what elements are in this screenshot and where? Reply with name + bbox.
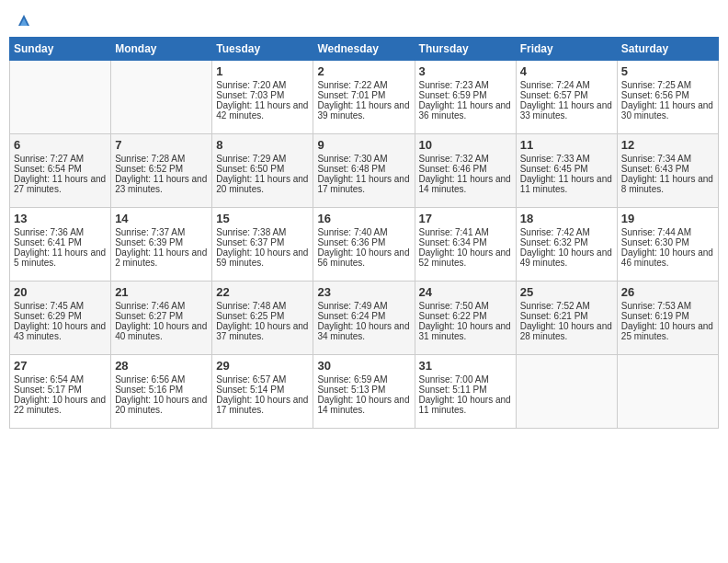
sunrise: Sunrise: 7:00 AM	[419, 374, 512, 385]
daylight: Daylight: 11 hours and 5 minutes.	[14, 247, 107, 268]
logo-icon	[15, 11, 33, 29]
sunrise: Sunrise: 6:54 AM	[14, 374, 107, 385]
calendar-cell: 7Sunrise: 7:28 AMSunset: 6:52 PMDaylight…	[111, 133, 212, 207]
daylight: Daylight: 11 hours and 17 minutes.	[317, 174, 410, 194]
daylight: Daylight: 11 hours and 11 minutes.	[520, 174, 613, 194]
day-number: 21	[115, 285, 208, 299]
sunset: Sunset: 6:19 PM	[621, 311, 714, 321]
sunrise: Sunrise: 7:45 AM	[14, 301, 107, 311]
sunrise: Sunrise: 7:25 AM	[621, 80, 714, 90]
day-number: 23	[317, 285, 410, 299]
sunset: Sunset: 6:39 PM	[115, 237, 208, 247]
day-number: 4	[520, 64, 613, 78]
calendar-cell: 18Sunrise: 7:42 AMSunset: 6:32 PMDayligh…	[516, 207, 617, 281]
daylight: Daylight: 10 hours and 31 minutes.	[419, 321, 512, 341]
sunrise: Sunrise: 7:29 AM	[216, 154, 309, 164]
daylight: Daylight: 11 hours and 42 minutes.	[216, 100, 309, 121]
sunrise: Sunrise: 7:20 AM	[216, 80, 309, 90]
calendar-cell: 13Sunrise: 7:36 AMSunset: 6:41 PMDayligh…	[10, 207, 111, 281]
day-number: 28	[115, 359, 208, 373]
day-number: 26	[621, 285, 714, 299]
daylight: Daylight: 10 hours and 28 minutes.	[520, 321, 613, 341]
day-number: 6	[14, 138, 107, 152]
sunset: Sunset: 6:22 PM	[419, 311, 512, 321]
calendar-week-1: 1Sunrise: 7:20 AMSunset: 7:03 PMDaylight…	[10, 60, 719, 133]
daylight: Daylight: 11 hours and 30 minutes.	[621, 100, 714, 121]
daylight: Daylight: 10 hours and 46 minutes.	[621, 247, 714, 268]
calendar-week-5: 27Sunrise: 6:54 AMSunset: 5:17 PMDayligh…	[10, 354, 719, 428]
calendar-cell: 9Sunrise: 7:30 AMSunset: 6:48 PMDaylight…	[313, 133, 415, 207]
daylight: Daylight: 11 hours and 33 minutes.	[520, 100, 613, 121]
logo	[13, 9, 33, 29]
daylight: Daylight: 11 hours and 23 minutes.	[115, 174, 208, 194]
day-number: 13	[14, 212, 107, 225]
daylight: Daylight: 10 hours and 25 minutes.	[621, 321, 714, 341]
calendar-cell: 1Sunrise: 7:20 AMSunset: 7:03 PMDaylight…	[212, 60, 313, 133]
sunset: Sunset: 5:17 PM	[14, 385, 107, 395]
sunset: Sunset: 6:46 PM	[419, 164, 512, 174]
day-of-week-wednesday: Wednesday	[313, 37, 415, 60]
day-number: 29	[216, 359, 309, 373]
calendar-cell: 4Sunrise: 7:24 AMSunset: 6:57 PMDaylight…	[516, 60, 617, 133]
sunrise: Sunrise: 7:28 AM	[115, 154, 208, 164]
calendar-cell: 28Sunrise: 6:56 AMSunset: 5:16 PMDayligh…	[111, 354, 212, 428]
sunset: Sunset: 6:27 PM	[115, 311, 208, 321]
day-of-week-friday: Friday	[516, 37, 617, 60]
day-of-week-tuesday: Tuesday	[212, 37, 313, 60]
sunset: Sunset: 6:41 PM	[14, 237, 107, 247]
day-number: 14	[115, 212, 208, 225]
day-number: 19	[621, 212, 714, 225]
daylight: Daylight: 10 hours and 43 minutes.	[14, 321, 107, 341]
sunset: Sunset: 6:54 PM	[14, 164, 107, 174]
day-number: 1	[216, 64, 309, 78]
day-of-week-monday: Monday	[111, 37, 212, 60]
day-number: 12	[621, 138, 714, 152]
calendar-week-2: 6Sunrise: 7:27 AMSunset: 6:54 PMDaylight…	[10, 133, 719, 207]
calendar-cell: 26Sunrise: 7:53 AMSunset: 6:19 PMDayligh…	[617, 281, 718, 354]
calendar-cell: 5Sunrise: 7:25 AMSunset: 6:56 PMDaylight…	[617, 60, 718, 133]
day-number: 2	[317, 64, 410, 78]
daylight: Daylight: 10 hours and 34 minutes.	[317, 321, 410, 341]
daylight: Daylight: 10 hours and 52 minutes.	[419, 247, 512, 268]
calendar-cell: 12Sunrise: 7:34 AMSunset: 6:43 PMDayligh…	[617, 133, 718, 207]
day-of-week-thursday: Thursday	[415, 37, 516, 60]
day-number: 5	[621, 64, 714, 78]
sunrise: Sunrise: 7:32 AM	[419, 154, 512, 164]
daylight: Daylight: 11 hours and 39 minutes.	[317, 100, 410, 121]
daylight: Daylight: 10 hours and 59 minutes.	[216, 247, 309, 268]
sunset: Sunset: 6:59 PM	[419, 90, 512, 100]
daylight: Daylight: 10 hours and 14 minutes.	[317, 395, 410, 415]
day-number: 24	[419, 285, 512, 299]
daylight: Daylight: 10 hours and 56 minutes.	[317, 247, 410, 268]
daylight: Daylight: 11 hours and 8 minutes.	[621, 174, 714, 194]
sunset: Sunset: 5:13 PM	[317, 385, 410, 395]
sunrise: Sunrise: 6:56 AM	[115, 374, 208, 385]
day-number: 3	[419, 64, 512, 78]
sunset: Sunset: 5:14 PM	[216, 385, 309, 395]
daylight: Daylight: 10 hours and 11 minutes.	[419, 395, 512, 415]
calendar-cell: 3Sunrise: 7:23 AMSunset: 6:59 PMDaylight…	[415, 60, 516, 133]
calendar-cell: 24Sunrise: 7:50 AMSunset: 6:22 PMDayligh…	[415, 281, 516, 354]
day-number: 22	[216, 285, 309, 299]
day-number: 9	[317, 138, 410, 152]
sunrise: Sunrise: 7:41 AM	[419, 227, 512, 237]
day-number: 7	[115, 138, 208, 152]
calendar-cell	[617, 354, 718, 428]
calendar-cell	[111, 60, 212, 133]
calendar-cell: 25Sunrise: 7:52 AMSunset: 6:21 PMDayligh…	[516, 281, 617, 354]
sunrise: Sunrise: 7:38 AM	[216, 227, 309, 237]
calendar-cell: 20Sunrise: 7:45 AMSunset: 6:29 PMDayligh…	[10, 281, 111, 354]
sunset: Sunset: 7:03 PM	[216, 90, 309, 100]
sunrise: Sunrise: 7:52 AM	[520, 301, 613, 311]
calendar-cell: 21Sunrise: 7:46 AMSunset: 6:27 PMDayligh…	[111, 281, 212, 354]
sunrise: Sunrise: 7:23 AM	[419, 80, 512, 90]
sunrise: Sunrise: 7:24 AM	[520, 80, 613, 90]
calendar-cell: 2Sunrise: 7:22 AMSunset: 7:01 PMDaylight…	[313, 60, 415, 133]
day-number: 25	[520, 285, 613, 299]
sunrise: Sunrise: 7:53 AM	[621, 301, 714, 311]
day-of-week-saturday: Saturday	[617, 37, 718, 60]
calendar-cell: 22Sunrise: 7:48 AMSunset: 6:25 PMDayligh…	[212, 281, 313, 354]
calendar-cell: 6Sunrise: 7:27 AMSunset: 6:54 PMDaylight…	[10, 133, 111, 207]
sunset: Sunset: 6:21 PM	[520, 311, 613, 321]
calendar-cell: 31Sunrise: 7:00 AMSunset: 5:11 PMDayligh…	[415, 354, 516, 428]
